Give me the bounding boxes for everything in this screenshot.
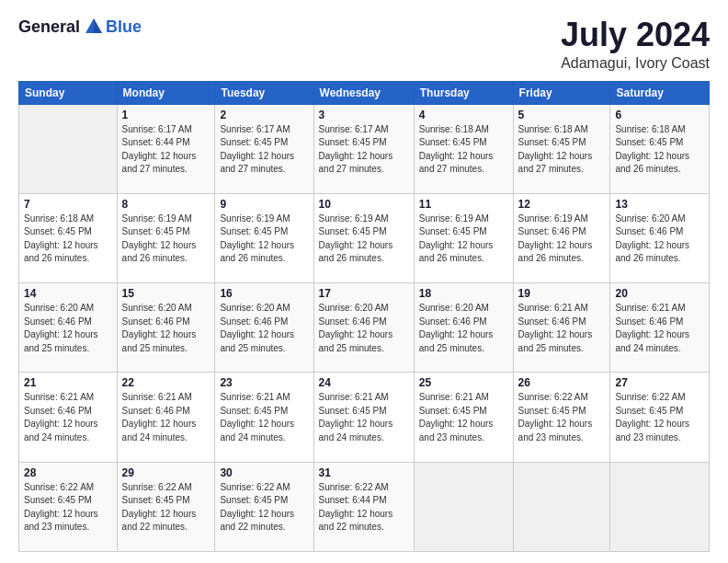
day-number: 22 — [122, 376, 210, 389]
day-info: Sunrise: 6:17 AM Sunset: 6:45 PM Dayligh… — [220, 123, 308, 177]
day-number: 29 — [122, 466, 210, 479]
calendar-day-cell: 6Sunrise: 6:18 AM Sunset: 6:45 PM Daylig… — [610, 104, 710, 193]
calendar-header-row: SundayMondayTuesdayWednesdayThursdayFrid… — [19, 81, 710, 104]
day-number: 13 — [615, 198, 704, 211]
day-info: Sunrise: 6:22 AM Sunset: 6:45 PM Dayligh… — [518, 391, 606, 444]
day-number: 17 — [319, 287, 409, 300]
day-info: Sunrise: 6:21 AM Sunset: 6:45 PM Dayligh… — [419, 391, 508, 444]
header: General Blue July 2024 Adamagui, Ivory C… — [18, 17, 710, 72]
day-info: Sunrise: 6:20 AM Sunset: 6:46 PM Dayligh… — [220, 302, 308, 355]
calendar-day-cell: 1Sunrise: 6:17 AM Sunset: 6:44 PM Daylig… — [117, 104, 215, 193]
location: Adamagui, Ivory Coast — [561, 55, 710, 72]
calendar-day-cell: 5Sunrise: 6:18 AM Sunset: 6:45 PM Daylig… — [513, 104, 610, 193]
day-info: Sunrise: 6:19 AM Sunset: 6:46 PM Dayligh… — [518, 213, 606, 266]
day-info: Sunrise: 6:17 AM Sunset: 6:45 PM Dayligh… — [319, 123, 409, 177]
calendar-day-cell: 2Sunrise: 6:17 AM Sunset: 6:45 PM Daylig… — [215, 104, 313, 193]
calendar-day-cell: 12Sunrise: 6:19 AM Sunset: 6:46 PM Dayli… — [513, 193, 610, 282]
day-info: Sunrise: 6:22 AM Sunset: 6:45 PM Dayligh… — [220, 481, 308, 534]
day-info: Sunrise: 6:22 AM Sunset: 6:45 PM Dayligh… — [122, 481, 210, 534]
day-number: 4 — [419, 109, 508, 121]
calendar-day-cell: 18Sunrise: 6:20 AM Sunset: 6:46 PM Dayli… — [414, 283, 513, 373]
day-info: Sunrise: 6:18 AM Sunset: 6:45 PM Dayligh… — [518, 123, 606, 177]
day-of-week-header: Monday — [117, 81, 215, 104]
calendar-day-cell: 3Sunrise: 6:17 AM Sunset: 6:45 PM Daylig… — [313, 104, 414, 193]
day-number: 19 — [518, 287, 606, 300]
day-number: 14 — [24, 287, 112, 300]
day-info: Sunrise: 6:21 AM Sunset: 6:46 PM Dayligh… — [518, 302, 606, 355]
calendar-day-cell: 4Sunrise: 6:18 AM Sunset: 6:45 PM Daylig… — [414, 104, 513, 193]
calendar-day-cell: 15Sunrise: 6:20 AM Sunset: 6:46 PM Dayli… — [117, 283, 215, 373]
calendar-day-cell: 24Sunrise: 6:21 AM Sunset: 6:45 PM Dayli… — [313, 373, 414, 462]
month-year: July 2024 — [561, 17, 710, 53]
calendar-week-row: 1Sunrise: 6:17 AM Sunset: 6:44 PM Daylig… — [19, 104, 710, 193]
day-info: Sunrise: 6:22 AM Sunset: 6:45 PM Dayligh… — [615, 391, 704, 444]
calendar-day-cell — [414, 462, 513, 551]
day-number: 1 — [122, 109, 210, 121]
day-info: Sunrise: 6:19 AM Sunset: 6:45 PM Dayligh… — [220, 213, 308, 266]
day-info: Sunrise: 6:19 AM Sunset: 6:45 PM Dayligh… — [122, 213, 210, 266]
calendar-day-cell: 25Sunrise: 6:21 AM Sunset: 6:45 PM Dayli… — [414, 373, 513, 462]
day-info: Sunrise: 6:21 AM Sunset: 6:45 PM Dayligh… — [220, 391, 308, 444]
day-number: 15 — [122, 287, 210, 300]
calendar-week-row: 21Sunrise: 6:21 AM Sunset: 6:46 PM Dayli… — [19, 373, 710, 462]
day-number: 7 — [24, 198, 112, 211]
calendar-week-row: 14Sunrise: 6:20 AM Sunset: 6:46 PM Dayli… — [19, 283, 710, 373]
day-number: 31 — [319, 466, 409, 479]
calendar-day-cell: 7Sunrise: 6:18 AM Sunset: 6:45 PM Daylig… — [19, 193, 118, 282]
day-info: Sunrise: 6:20 AM Sunset: 6:46 PM Dayligh… — [419, 302, 508, 355]
day-number: 12 — [518, 198, 606, 211]
calendar-day-cell: 10Sunrise: 6:19 AM Sunset: 6:45 PM Dayli… — [313, 193, 414, 282]
day-number: 26 — [518, 376, 606, 389]
day-number: 9 — [220, 198, 308, 211]
day-number: 23 — [220, 376, 308, 389]
day-of-week-header: Saturday — [610, 81, 710, 104]
day-info: Sunrise: 6:18 AM Sunset: 6:45 PM Dayligh… — [615, 123, 704, 177]
svg-marker-1 — [94, 18, 102, 33]
day-info: Sunrise: 6:22 AM Sunset: 6:44 PM Dayligh… — [319, 481, 409, 534]
day-number: 5 — [518, 109, 606, 121]
calendar-day-cell: 26Sunrise: 6:22 AM Sunset: 6:45 PM Dayli… — [513, 373, 610, 462]
day-info: Sunrise: 6:22 AM Sunset: 6:45 PM Dayligh… — [24, 481, 112, 534]
day-number: 21 — [24, 376, 112, 389]
calendar-day-cell: 31Sunrise: 6:22 AM Sunset: 6:44 PM Dayli… — [313, 462, 414, 551]
logo: General Blue — [18, 17, 142, 37]
day-info: Sunrise: 6:19 AM Sunset: 6:45 PM Dayligh… — [419, 213, 508, 266]
calendar-day-cell: 27Sunrise: 6:22 AM Sunset: 6:45 PM Dayli… — [610, 373, 710, 462]
calendar-day-cell: 23Sunrise: 6:21 AM Sunset: 6:45 PM Dayli… — [215, 373, 313, 462]
day-info: Sunrise: 6:18 AM Sunset: 6:45 PM Dayligh… — [419, 123, 508, 177]
day-info: Sunrise: 6:20 AM Sunset: 6:46 PM Dayligh… — [122, 302, 210, 355]
calendar-day-cell: 19Sunrise: 6:21 AM Sunset: 6:46 PM Dayli… — [513, 283, 610, 373]
day-number: 20 — [615, 287, 704, 300]
calendar-day-cell: 11Sunrise: 6:19 AM Sunset: 6:45 PM Dayli… — [414, 193, 513, 282]
day-number: 3 — [319, 109, 409, 121]
calendar-day-cell: 21Sunrise: 6:21 AM Sunset: 6:46 PM Dayli… — [19, 373, 118, 462]
day-info: Sunrise: 6:17 AM Sunset: 6:44 PM Dayligh… — [122, 123, 210, 177]
day-info: Sunrise: 6:20 AM Sunset: 6:46 PM Dayligh… — [24, 302, 112, 355]
calendar-day-cell — [513, 462, 610, 551]
day-number: 16 — [220, 287, 308, 300]
calendar-day-cell: 14Sunrise: 6:20 AM Sunset: 6:46 PM Dayli… — [19, 283, 118, 373]
logo-blue-text: Blue — [106, 17, 142, 37]
day-info: Sunrise: 6:21 AM Sunset: 6:45 PM Dayligh… — [319, 391, 409, 444]
logo-icon — [84, 17, 104, 37]
day-info: Sunrise: 6:21 AM Sunset: 6:46 PM Dayligh… — [615, 302, 704, 355]
day-info: Sunrise: 6:20 AM Sunset: 6:46 PM Dayligh… — [319, 302, 409, 355]
day-number: 11 — [419, 198, 508, 211]
calendar-day-cell: 16Sunrise: 6:20 AM Sunset: 6:46 PM Dayli… — [215, 283, 313, 373]
day-info: Sunrise: 6:21 AM Sunset: 6:46 PM Dayligh… — [122, 391, 210, 444]
day-of-week-header: Thursday — [414, 81, 513, 104]
calendar-day-cell — [19, 104, 118, 193]
calendar-day-cell: 29Sunrise: 6:22 AM Sunset: 6:45 PM Dayli… — [117, 462, 215, 551]
calendar-week-row: 7Sunrise: 6:18 AM Sunset: 6:45 PM Daylig… — [19, 193, 710, 282]
calendar-day-cell: 8Sunrise: 6:19 AM Sunset: 6:45 PM Daylig… — [117, 193, 215, 282]
day-info: Sunrise: 6:21 AM Sunset: 6:46 PM Dayligh… — [24, 391, 112, 444]
calendar-week-row: 28Sunrise: 6:22 AM Sunset: 6:45 PM Dayli… — [19, 462, 710, 551]
day-info: Sunrise: 6:20 AM Sunset: 6:46 PM Dayligh… — [615, 213, 704, 266]
day-of-week-header: Sunday — [19, 81, 118, 104]
calendar-day-cell: 22Sunrise: 6:21 AM Sunset: 6:46 PM Dayli… — [117, 373, 215, 462]
calendar-day-cell: 30Sunrise: 6:22 AM Sunset: 6:45 PM Dayli… — [215, 462, 313, 551]
day-info: Sunrise: 6:19 AM Sunset: 6:45 PM Dayligh… — [319, 213, 409, 266]
day-number: 2 — [220, 109, 308, 121]
day-number: 10 — [319, 198, 409, 211]
day-number: 25 — [419, 376, 508, 389]
